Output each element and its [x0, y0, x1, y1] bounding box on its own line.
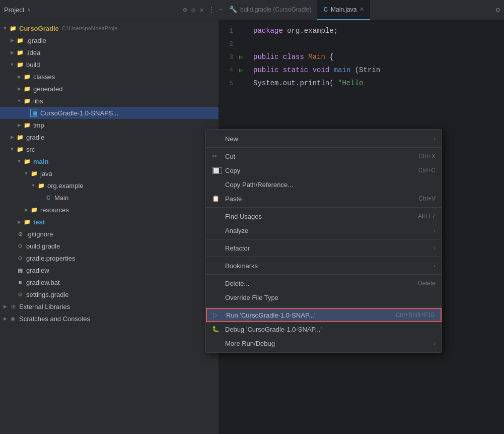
- project-tree: ▼ 📁 CursoGradle C:\Users\pol\IdeaProje..…: [0, 20, 219, 434]
- run-arrow-3: ▷: [239, 53, 249, 61]
- menu-label-run: Run 'CursoGradle-1.0-SNAP...': [226, 312, 396, 319]
- minimize-icon[interactable]: —: [219, 6, 223, 14]
- chevron-org-example: ▼: [30, 182, 36, 189]
- line-num-4: 4: [219, 67, 239, 74]
- tree-item-gitignore[interactable]: ⊘ .gitignore: [0, 228, 219, 240]
- menu-label-copy-path: Copy Path/Reference...: [225, 181, 436, 189]
- tree-item-jar[interactable]: ▣ CursoGradle-1.0-SNAPS...: [0, 107, 219, 119]
- separator-1: [206, 147, 442, 148]
- code-line-4: 4 ▷ public static void main (Strin: [219, 64, 504, 77]
- separator-4: [206, 257, 442, 257]
- tree-item-build-gradle[interactable]: ⚙ build.gradle: [0, 240, 219, 252]
- more-icon[interactable]: ⋮: [208, 6, 215, 14]
- menu-label-copy: Copy: [225, 167, 418, 174]
- menu-label-override-type: Override File Type: [225, 294, 436, 301]
- tree-item-cursoGradle[interactable]: ▼ 📁 CursoGradle C:\Users\pol\IdeaProje..…: [0, 22, 219, 34]
- menu-item-bookmarks[interactable]: Bookmarks ›: [206, 259, 442, 273]
- gradle-tab-label: build.gradle (CursoGradle): [240, 6, 311, 13]
- tab-java[interactable]: C Main.java ✕: [317, 0, 370, 20]
- menu-item-override-type[interactable]: Override File Type: [206, 290, 442, 304]
- debug-icon: 🐛: [212, 326, 222, 333]
- tree-item-ext-libs[interactable]: ▶ ⊞ External Libraries: [0, 300, 219, 313]
- menu-label-new: New: [225, 135, 429, 143]
- tree-item-gradle[interactable]: ▶ 📁 gradle: [0, 131, 219, 143]
- tree-item-build[interactable]: ▼ 📁 build: [0, 58, 219, 71]
- run-icon: ▷: [213, 312, 223, 319]
- tree-item-test[interactable]: ▶ 📁 test: [0, 216, 219, 228]
- close-icon[interactable]: ✕: [199, 6, 203, 14]
- tree-item-tmp[interactable]: ▶ 📁 tmp: [0, 119, 219, 131]
- library-icon: ⊞: [9, 302, 17, 311]
- line-content-4: public static void main (Strin: [249, 66, 504, 74]
- menu-label-refactor: Refactor: [225, 244, 429, 252]
- menu-item-new[interactable]: New ›: [206, 132, 442, 146]
- folder-icon-org-example: 📁: [37, 181, 45, 190]
- label-libs: libs: [33, 97, 43, 105]
- menu-item-copy-path[interactable]: Copy Path/Reference...: [206, 177, 442, 192]
- tree-item-idea[interactable]: ▶ 📁 .idea: [0, 46, 219, 58]
- tab-close-icon[interactable]: ✕: [359, 6, 364, 13]
- line-num-3: 3: [219, 53, 239, 61]
- find-usages-shortcut: Alt+F7: [418, 213, 436, 220]
- tree-item-main-java[interactable]: C Main: [0, 192, 219, 204]
- menu-item-refactor[interactable]: Refactor ›: [206, 241, 442, 255]
- jar-icon: ▣: [30, 109, 38, 117]
- menu-item-analyze[interactable]: Analyze ›: [206, 223, 442, 237]
- collapse-icon[interactable]: ◇: [191, 6, 195, 14]
- code-line-3: 3 ▷ public class Main {: [219, 50, 504, 64]
- paste-shortcut: Ctrl+V: [418, 195, 436, 202]
- sidebar-toolbar: ⊕ ◇ ✕ ⋮ —: [183, 6, 223, 14]
- menu-item-delete[interactable]: Delete... Delete: [206, 276, 442, 290]
- tree-item-gradle-dir[interactable]: ▶ 📁 .gradle: [0, 34, 219, 46]
- project-chevron[interactable]: ∨: [27, 7, 31, 13]
- menu-label-analyze: Analyze: [225, 227, 429, 234]
- tree-item-src[interactable]: ▼ 📁 src: [0, 143, 219, 155]
- tree-item-settings-gradle[interactable]: ⚙ settings.gradle: [0, 288, 219, 300]
- menu-label-paste: Paste: [225, 195, 418, 203]
- menu-item-debug[interactable]: 🐛 Debug 'CursoGradle-1.0-SNAP...': [206, 322, 442, 336]
- tree-item-resources[interactable]: ▶ 📁 resources: [0, 204, 219, 216]
- menu-item-find-usages[interactable]: Find Usages Alt+F7: [206, 209, 442, 223]
- tab-gradle[interactable]: 🔧 build.gradle (CursoGradle): [223, 0, 317, 20]
- menu-item-cut[interactable]: ✂ Cut Ctrl+X: [206, 149, 442, 163]
- menu-item-run[interactable]: ▷ Run 'CursoGradle-1.0-SNAP...' Ctrl+Shi…: [206, 308, 442, 322]
- refactor-arrow-icon: ›: [434, 245, 436, 251]
- tree-item-gradle-props[interactable]: ⚙ gradle.properties: [0, 252, 219, 264]
- copy-shortcut: Ctrl+C: [418, 167, 436, 174]
- bookmarks-arrow-icon: ›: [434, 263, 436, 269]
- java-tab-label: Main.java: [331, 6, 356, 13]
- tree-item-classes[interactable]: ▶ 📁 classes: [0, 71, 219, 83]
- chevron-tmp: ▶: [16, 122, 22, 128]
- tree-item-scratches[interactable]: ▶ ◉ Scratches and Consoles: [0, 313, 219, 325]
- line-content-1: package org.example;: [249, 27, 504, 35]
- tree-item-main[interactable]: ▼ 📁 main: [0, 155, 219, 167]
- menu-item-paste[interactable]: 📋 Paste Ctrl+V: [206, 192, 442, 206]
- label-generated: generated: [33, 85, 63, 93]
- cut-shortcut: Ctrl+X: [418, 153, 436, 160]
- chevron-idea: ▶: [9, 49, 15, 55]
- tree-item-gradlew[interactable]: ▦ gradlew: [0, 264, 219, 276]
- menu-item-more-run[interactable]: More Run/Debug ›: [206, 336, 442, 350]
- tree-item-generated[interactable]: ▶ 📁 generated: [0, 83, 219, 95]
- label-gradle-props: gradle.properties: [26, 255, 76, 262]
- menu-item-copy[interactable]: ⬜ Copy Ctrl+C: [206, 163, 442, 177]
- line-content-3: public class Main {: [249, 53, 504, 61]
- menu-label-cut: Cut: [225, 153, 418, 160]
- bat-icon: ≡: [16, 278, 24, 286]
- locate-icon[interactable]: ⊕: [183, 6, 187, 14]
- folder-icon-cursoGradle: 📁: [9, 24, 17, 32]
- chevron-libs: ▼: [16, 98, 22, 104]
- menu-label-debug: Debug 'CursoGradle-1.0-SNAP...': [225, 326, 436, 333]
- tree-item-gradlew-bat[interactable]: ≡ gradlew.bat: [0, 276, 219, 288]
- tree-item-java-dir[interactable]: ▼ 📁 java: [0, 167, 219, 179]
- chevron-test: ▶: [16, 219, 22, 225]
- tree-item-org-example[interactable]: ▼ 📁 org.example: [0, 179, 219, 192]
- label-cursoGradle: CursoGradle: [19, 25, 59, 32]
- terminal-icon: ▦: [16, 266, 24, 274]
- tree-item-libs[interactable]: ▼ 📁 libs: [0, 95, 219, 107]
- label-idea: .idea: [26, 49, 40, 56]
- folder-icon-tmp: 📁: [23, 121, 31, 129]
- editor-actions-icon[interactable]: ⚙: [496, 6, 500, 14]
- scratch-icon: ◉: [9, 315, 17, 323]
- delete-shortcut: Delete: [418, 280, 436, 287]
